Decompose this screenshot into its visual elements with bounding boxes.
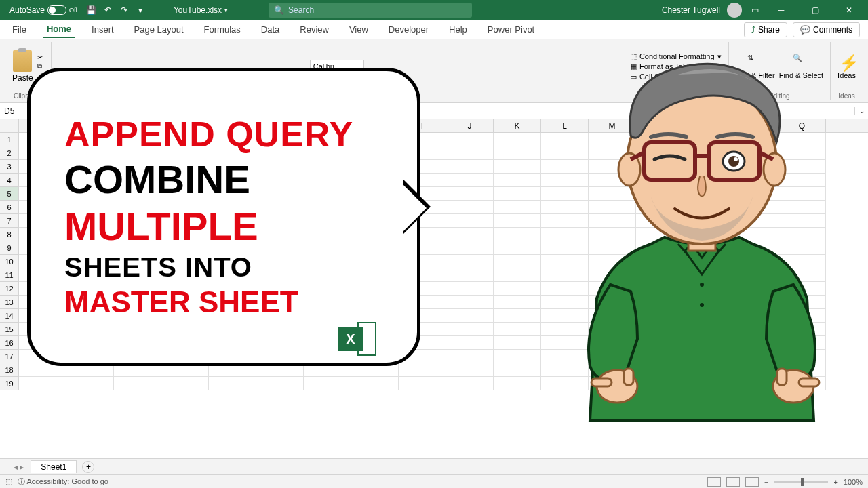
cell[interactable]: [494, 133, 541, 146]
cell[interactable]: [494, 268, 541, 282]
cell[interactable]: [446, 296, 494, 309]
cell[interactable]: [446, 336, 494, 350]
row-header[interactable]: 6: [0, 201, 19, 214]
tab-pagelayout[interactable]: Page Layout: [130, 22, 188, 37]
sheet-nav[interactable]: ◂ ▸: [14, 462, 24, 472]
row-header[interactable]: 13: [0, 296, 19, 309]
bubble-line-5: MASTER SHEET: [64, 287, 383, 318]
view-pagebreak-button[interactable]: [745, 477, 759, 487]
svg-rect-3: [591, 378, 612, 386]
row-header[interactable]: 14: [0, 309, 19, 323]
row-header[interactable]: 17: [0, 350, 19, 363]
undo-icon[interactable]: ↶: [102, 4, 114, 16]
row-header[interactable]: 2: [0, 146, 19, 160]
tab-file[interactable]: File: [8, 22, 31, 37]
cell[interactable]: [494, 187, 541, 201]
cell[interactable]: [494, 174, 541, 187]
tab-data[interactable]: Data: [257, 22, 283, 37]
cell[interactable]: [494, 282, 541, 296]
tab-powerpivot[interactable]: Power Pivot: [484, 22, 538, 37]
col-header[interactable]: K: [494, 119, 541, 132]
row-header[interactable]: 18: [0, 363, 19, 377]
zoom-out-button[interactable]: −: [764, 478, 768, 486]
cell[interactable]: [494, 336, 541, 350]
cell[interactable]: [446, 282, 494, 296]
cell[interactable]: [494, 146, 541, 160]
close-button[interactable]: ✕: [835, 0, 863, 20]
view-pagelayout-button[interactable]: [726, 477, 740, 487]
filename[interactable]: YouTube.xlsx ▾: [174, 5, 228, 15]
cell[interactable]: [446, 160, 494, 174]
cell[interactable]: [446, 146, 494, 160]
row-header[interactable]: 19: [0, 377, 19, 390]
row-header[interactable]: 9: [0, 241, 19, 255]
svg-point-18: [728, 156, 739, 167]
zoom-slider[interactable]: [774, 481, 828, 483]
cell[interactable]: [446, 350, 494, 363]
cell[interactable]: [446, 241, 494, 255]
record-macro-icon[interactable]: ⬚: [5, 477, 12, 486]
cell[interactable]: [446, 309, 494, 323]
speech-bubble-overlay: APPEND QUERY COMBINE MULTIPLE SHEETS INT…: [27, 68, 448, 393]
maximize-button[interactable]: ▢: [802, 0, 829, 20]
cell[interactable]: [446, 133, 494, 146]
tab-view[interactable]: View: [345, 22, 372, 37]
view-normal-button[interactable]: [707, 477, 721, 487]
cell[interactable]: [446, 323, 494, 336]
row-header[interactable]: 4: [0, 174, 19, 187]
qat-dropdown-icon[interactable]: ▾: [134, 4, 146, 16]
autosave-toggle[interactable]: AutoSave Off: [5, 4, 81, 16]
zoom-in-button[interactable]: +: [833, 478, 837, 486]
select-all-corner[interactable]: [0, 119, 19, 132]
cell[interactable]: [494, 296, 541, 309]
row-header[interactable]: 5: [0, 187, 19, 201]
cell[interactable]: [494, 241, 541, 255]
cell[interactable]: [494, 363, 541, 377]
cell[interactable]: [494, 350, 541, 363]
row-header[interactable]: 7: [0, 214, 19, 228]
redo-icon[interactable]: ↷: [118, 4, 130, 16]
accessibility-status[interactable]: ⓘ Accessibility: Good to go: [18, 476, 108, 487]
tab-review[interactable]: Review: [296, 22, 333, 37]
col-header[interactable]: J: [446, 119, 494, 132]
share-button[interactable]: ⤴Share: [744, 22, 787, 37]
minimize-button[interactable]: ─: [768, 0, 795, 20]
row-header[interactable]: 12: [0, 282, 19, 296]
avatar[interactable]: [727, 3, 742, 18]
add-sheet-button[interactable]: +: [82, 461, 94, 473]
tab-insert[interactable]: Insert: [87, 22, 118, 37]
tab-home[interactable]: Home: [43, 21, 75, 38]
row-header[interactable]: 3: [0, 160, 19, 174]
row-header[interactable]: 15: [0, 323, 19, 336]
row-header[interactable]: 8: [0, 228, 19, 241]
comments-button[interactable]: 💬Comments: [793, 22, 860, 37]
row-header[interactable]: 11: [0, 268, 19, 282]
cell[interactable]: [494, 214, 541, 228]
cell[interactable]: [494, 323, 541, 336]
cell[interactable]: [446, 377, 494, 390]
cell[interactable]: [494, 201, 541, 214]
cell[interactable]: [446, 268, 494, 282]
cell[interactable]: [494, 160, 541, 174]
tab-formulas[interactable]: Formulas: [200, 22, 245, 37]
cell[interactable]: [494, 377, 541, 390]
tab-developer[interactable]: Developer: [384, 22, 433, 37]
sheet-tab-sheet1[interactable]: Sheet1: [31, 460, 77, 473]
save-icon[interactable]: 💾: [85, 4, 98, 16]
cell[interactable]: [446, 363, 494, 377]
svg-rect-4: [624, 369, 633, 385]
cell[interactable]: [494, 228, 541, 241]
cell[interactable]: [494, 309, 541, 323]
cell[interactable]: [446, 255, 494, 268]
search-input[interactable]: 🔍 Search: [269, 3, 472, 18]
cut-icon[interactable]: ✂: [37, 54, 44, 61]
sheet-tabs: ◂ ▸ Sheet1 +: [0, 458, 868, 474]
titlebar: AutoSave Off 💾 ↶ ↷ ▾ YouTube.xlsx ▾ 🔍 Se…: [0, 0, 868, 20]
ribbon-mode-icon[interactable]: ▭: [749, 4, 761, 16]
zoom-level[interactable]: 100%: [844, 478, 863, 486]
row-header[interactable]: 16: [0, 336, 19, 350]
row-header[interactable]: 10: [0, 255, 19, 268]
tab-help[interactable]: Help: [445, 22, 471, 37]
row-header[interactable]: 1: [0, 133, 19, 146]
cell[interactable]: [494, 255, 541, 268]
